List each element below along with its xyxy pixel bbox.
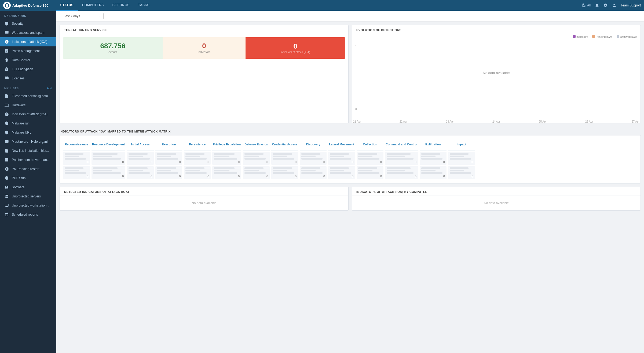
list-item-scheduled-reports[interactable]: Scheduled reports [0,210,56,219]
sidebar-item-security[interactable]: Security [0,19,56,28]
mitre-cell-bottom-defense-evasion: 0 [243,166,270,179]
sidebar-item-web-access[interactable]: Web access and spam [0,28,56,37]
line6 [129,172,150,174]
add-list-button[interactable]: Add [47,87,52,90]
brand-name: Adaptive Defense 360 [12,3,48,8]
mitre-col-header-persistence: Persistence [184,139,211,150]
mitre-cell-lines [301,153,325,160]
line2 [301,156,316,157]
line6 [330,172,351,174]
list-item-malware-url[interactable]: Malware URL [0,128,56,137]
line3 [387,158,414,160]
mitre-cell-count-top-privilege-esc: 0 [214,160,240,164]
encryption-icon [4,67,9,72]
list-item-unprotected-servers[interactable]: Unprotected servers [0,192,56,201]
mitre-cell-count-top-lateral-movement: 0 [330,160,353,164]
mitre-cell-lines-2 [214,167,240,174]
mitre-cell-bottom-impact: 0 [448,166,475,179]
mitre-panel: Reconnaissance 0 [60,135,641,183]
mitre-cell-top-discovery: 0 [300,152,327,165]
list-item-hardware[interactable]: Hardware [0,101,56,110]
ioa-by-computer-title: INDICATORS OF ATTACK (IOA) BY COMPUTER [352,187,641,196]
user-icon-btn[interactable] [612,3,616,8]
list-item-malware-run[interactable]: Malware run [0,119,56,128]
mitre-cell-group-top-defense-evasion: 0 [243,152,270,165]
mitre-cell-top-exfiltration: 0 [420,152,447,165]
list-item-icon-malware-url [4,130,9,135]
list-item-icon-software [4,185,9,190]
mitre-col-header-collection: Collection [357,139,383,150]
line6 [301,172,323,174]
line3 [157,158,178,160]
x-axis-label: 21 Apr [353,120,361,123]
sidebar-item-patch[interactable]: Patch Management [0,46,56,56]
nav-tab-settings[interactable]: SETTINGS [108,0,134,11]
list-item-maskinvare[interactable]: Maskinvare - Hele organi... [0,137,56,146]
mitre-cell-bottom-exfiltration: 0 [420,166,447,179]
list-item-pm-pending[interactable]: PM Pending restart [0,164,56,174]
line5 [421,170,436,171]
x-axis-label: 24 Apr [492,120,500,123]
line3 [93,158,121,160]
line4 [421,167,440,169]
list-item-files-personal[interactable]: Filesr med personlig data [0,91,56,101]
nav-tab-computers[interactable]: COMPUTERS [78,0,108,11]
mitre-cell-count-bottom-collection: 0 [358,175,382,178]
files-icon-btn[interactable]: All [582,3,591,8]
mitre-section: INDICATORS OF ATTACK (IOA) MAPPED TO THE… [60,127,641,183]
nav-tab-tasks[interactable]: TASKS [134,0,154,11]
list-item-unprotected-workstations[interactable]: Unprotected workstation... [0,201,56,210]
sidebar-item-encryption[interactable]: Full Encryption [0,65,56,74]
line5 [157,170,171,171]
list-item-patcher[interactable]: Patcher som krever man... [0,155,56,164]
mitre-cell-group-top-command-control: 0 [385,152,418,165]
sidebar: DASHBOARDS Security Web access and spam … [0,11,56,353]
mitre-cell-lines [244,153,268,160]
line2 [450,156,464,157]
mitre-cell-count-top-exfiltration: 0 [421,160,445,164]
detected-ioa-empty: No data available [60,196,348,210]
mitre-cell-top-initial-access: 0 [127,152,154,165]
line5 [65,170,79,171]
list-item-software[interactable]: Software [0,183,56,192]
sidebar-item-data-control[interactable]: Data Control [0,56,56,65]
mitre-cell-top-command-control: 0 [385,152,418,165]
mitre-cell-lines [358,153,382,160]
mitre-col-header-discovery: Discovery [300,139,327,150]
date-selector[interactable]: Last 7 days [61,13,104,19]
brand-logo [3,2,11,9]
sidebar-item-licenses[interactable]: Licenses [0,74,56,83]
list-items-container: Filesr med personlig data Hardware Indic… [0,91,56,219]
list-item-label-unprotected-workstations: Unprotected workstation... [12,204,49,207]
mitre-cell-group-bottom-lateral-movement: 0 [328,166,355,179]
ioa-value: 0 [293,43,297,50]
line1 [129,153,147,155]
mitre-cell-group-bottom-execution: 0 [155,166,182,179]
sidebar-item-ioa[interactable]: Indicators of attack (IOA) [0,37,56,46]
gear-icon-btn[interactable] [603,3,608,8]
bell-icon-btn[interactable] [595,3,599,8]
mitre-col-credential-access: Credential Access 0 [271,139,298,180]
list-item-ioa-list[interactable]: Indicators of attack (IOA) [0,110,56,119]
mitre-cell-count-top-execution: 0 [157,160,181,164]
line4 [358,167,377,169]
line1 [214,153,235,155]
mitre-cell-top-defense-evasion: 0 [243,152,270,165]
nav-tab-status[interactable]: STATUS [56,0,78,11]
mitre-cell-lines-2 [93,167,124,174]
line3 [65,158,86,160]
mitre-cell-count-top-defense-evasion: 0 [244,160,268,164]
line3 [421,158,442,160]
list-item-new-list[interactable]: New list: Installation hist... [0,146,56,155]
line5 [93,170,112,171]
mitre-col-recon: Reconnaissance 0 [63,139,90,180]
mitre-cell-count-bottom-command-control: 0 [387,175,416,178]
line4 [330,167,349,169]
line4 [129,167,147,169]
list-item-pups-run[interactable]: PUPs run [0,174,56,183]
svg-rect-1 [5,31,8,34]
web-access-icon [4,30,9,35]
x-axis-label: 25 Apr [539,120,547,123]
mitre-cell-count-top-discovery: 0 [301,160,325,164]
mitre-cell-group-top-exfiltration: 0 [420,152,447,165]
